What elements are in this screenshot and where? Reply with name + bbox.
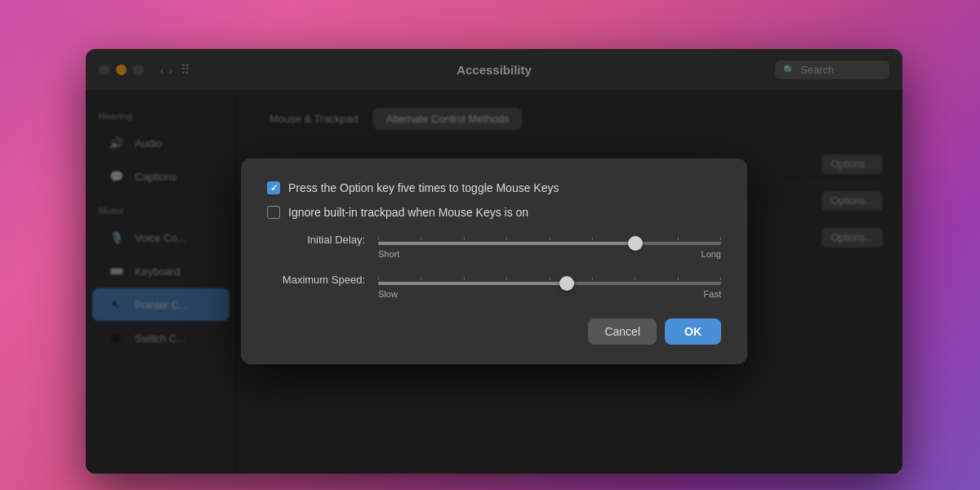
slider-section: Initial Delay: — [267, 234, 721, 299]
main-window: ‹ › ⠿ Accessibility 🔍 Search Hearing 🔊 A… — [86, 49, 902, 474]
tick — [550, 237, 550, 240]
tick — [464, 277, 465, 280]
tick — [421, 237, 421, 240]
maximum-speed-min-label: Slow — [378, 289, 398, 299]
tick — [678, 237, 679, 240]
maximum-speed-fill — [378, 282, 567, 285]
tick — [506, 237, 507, 240]
tick — [421, 277, 421, 280]
maximum-speed-max-label: Fast — [704, 289, 721, 299]
tick — [720, 237, 721, 240]
initial-delay-track-container — [378, 235, 721, 245]
tick — [378, 237, 379, 240]
tick — [635, 277, 635, 280]
maximum-speed-track[interactable] — [378, 282, 721, 285]
maximum-speed-labels: Slow Fast — [378, 289, 721, 299]
tick — [720, 277, 721, 280]
modal-overlay: Press the Option key five times to toggl… — [86, 49, 902, 474]
initial-delay-fill — [378, 242, 635, 245]
checkbox-row-ignore-trackpad: Ignore built-in trackpad when Mouse Keys… — [267, 206, 721, 219]
tick — [678, 277, 679, 280]
initial-delay-track[interactable] — [378, 242, 721, 245]
checkbox-option-key[interactable] — [267, 181, 280, 194]
initial-delay-thumb[interactable] — [628, 236, 643, 251]
modal-buttons: Cancel OK — [267, 318, 721, 345]
initial-delay-min-label: Short — [378, 249, 399, 259]
checkbox-ignore-trackpad-label: Ignore built-in trackpad when Mouse Keys… — [288, 206, 528, 219]
initial-delay-label: Initial Delay: — [267, 234, 365, 246]
modal-dialog: Press the Option key five times to toggl… — [241, 158, 747, 364]
initial-delay-max-label: Long — [702, 249, 721, 259]
tick — [592, 277, 593, 280]
maximum-speed-ticks — [378, 275, 721, 282]
tick — [506, 277, 507, 280]
tick — [378, 277, 379, 280]
initial-delay-header: Initial Delay: — [267, 234, 721, 246]
initial-delay-ticks — [378, 235, 721, 242]
ok-button[interactable]: OK — [665, 318, 721, 345]
tick — [592, 237, 593, 240]
checkbox-row-option-key: Press the Option key five times to toggl… — [267, 181, 721, 194]
maximum-speed-header: Maximum Speed: — [267, 274, 721, 286]
checkbox-ignore-trackpad[interactable] — [267, 206, 280, 219]
initial-delay-row: Initial Delay: — [267, 234, 721, 259]
maximum-speed-row: Maximum Speed: — [267, 274, 721, 299]
tick — [464, 237, 465, 240]
checkbox-option-key-label: Press the Option key five times to toggl… — [288, 181, 559, 194]
maximum-speed-label: Maximum Speed: — [267, 274, 365, 286]
tick — [550, 277, 550, 280]
maximum-speed-thumb[interactable] — [559, 276, 574, 291]
cancel-button[interactable]: Cancel — [588, 318, 657, 345]
maximum-speed-track-container — [378, 275, 721, 285]
initial-delay-labels: Short Long — [378, 249, 721, 259]
